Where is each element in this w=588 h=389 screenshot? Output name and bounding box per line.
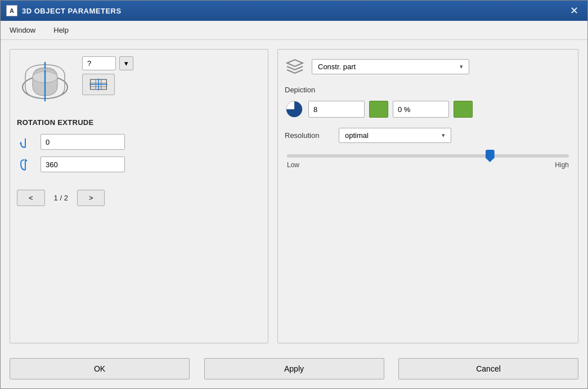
angle1-input[interactable]: 0: [41, 134, 125, 150]
dropdown-chevron-icon: ▾: [460, 63, 463, 70]
slider-thumb[interactable]: [486, 150, 495, 162]
slider-area: Low High: [285, 154, 571, 169]
depiction-row: 8 0 %: [285, 100, 571, 119]
page-indicator: 1 / 2: [54, 194, 68, 202]
end-angle-icon: [17, 157, 33, 172]
right-top-row: Constr. part ▾: [285, 56, 571, 77]
grid-icon: [89, 78, 107, 91]
top-area: ? ▾: [17, 56, 261, 107]
angle1-row: 0: [17, 133, 261, 150]
ok-button[interactable]: OK: [10, 358, 190, 379]
resolution-chevron-icon: ▾: [442, 132, 445, 139]
cancel-button[interactable]: Cancel: [398, 358, 578, 379]
pie-chart-icon: [285, 100, 304, 119]
depiction-label: Depiction: [285, 86, 571, 94]
btn-row-top: ? ▾: [82, 56, 133, 70]
svg-marker-12: [25, 159, 28, 162]
start-angle-icon: [17, 134, 33, 150]
slider-fill: [287, 154, 499, 158]
dialog-window: A 3D OBJECT PARAMETERS ✕ Window Help: [0, 0, 588, 389]
close-button[interactable]: ✕: [566, 3, 582, 19]
object-preview: [17, 56, 73, 107]
construction-dropdown[interactable]: Constr. part ▾: [312, 59, 469, 74]
angle1-icon: [17, 133, 34, 150]
resolution-row: Resolution optimal ▾: [285, 128, 571, 143]
slider-high-label: High: [555, 161, 569, 169]
dialog-title: 3D OBJECT PARAMETERS: [22, 7, 122, 15]
app-icon: A: [6, 5, 17, 16]
next-button[interactable]: >: [77, 190, 105, 206]
dropdown-chevron-button[interactable]: ▾: [119, 56, 133, 70]
angle2-icon: [17, 156, 34, 173]
right-panel: Constr. part ▾ Depiction 8: [277, 49, 578, 343]
bottom-bar: OK Apply Cancel: [1, 352, 587, 388]
slider-labels: Low High: [285, 161, 571, 169]
depiction-green-button2[interactable]: [454, 101, 473, 118]
menu-help[interactable]: Help: [50, 25, 72, 35]
percent-input[interactable]: 0 %: [393, 101, 449, 118]
main-content: ? ▾: [1, 40, 587, 352]
title-bar: A 3D OBJECT PARAMETERS ✕: [1, 1, 587, 21]
layers-icon: [285, 56, 305, 77]
menu-bar: Window Help: [1, 21, 587, 40]
prev-button[interactable]: <: [17, 190, 45, 206]
depiction-value-input[interactable]: 8: [308, 101, 365, 118]
pagination-row: < 1 / 2 >: [17, 190, 261, 206]
menu-window[interactable]: Window: [6, 25, 39, 35]
resolution-dropdown[interactable]: optimal ▾: [339, 128, 451, 143]
svg-marker-11: [20, 141, 22, 144]
btn-row-grid: [82, 74, 133, 95]
controls-group: ? ▾: [82, 56, 133, 95]
resolution-label: Resolution: [285, 131, 330, 140]
slider-low-label: Low: [287, 161, 299, 169]
apply-button[interactable]: Apply: [204, 358, 384, 379]
left-panel: ? ▾: [10, 49, 268, 343]
question-button[interactable]: ?: [82, 56, 116, 70]
section-label: ROTATION EXTRUDE: [17, 118, 261, 127]
angle2-row: 360: [17, 156, 261, 173]
angle2-input[interactable]: 360: [41, 157, 125, 172]
depiction-green-button1[interactable]: [369, 101, 388, 118]
grid-view-button[interactable]: [82, 74, 115, 95]
slider-track: [287, 154, 569, 158]
